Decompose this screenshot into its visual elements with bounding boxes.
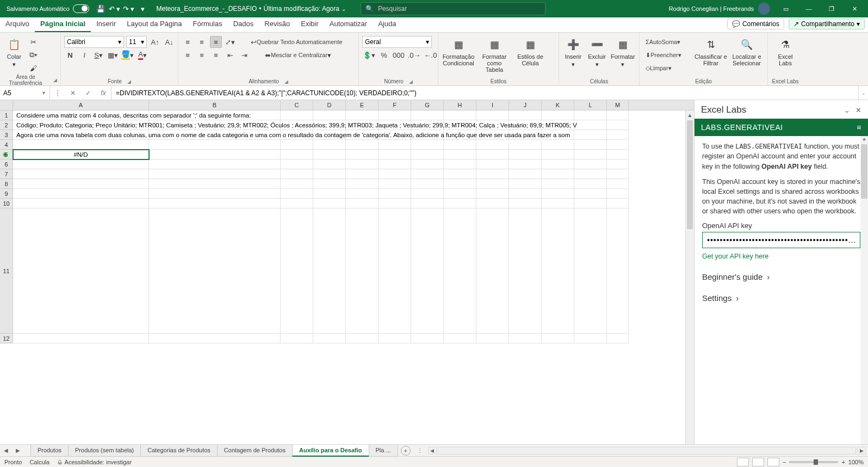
align-top-icon[interactable]: ≡ — [182, 36, 194, 48]
paste-button[interactable]: 📋 Colar▾ — [3, 36, 25, 68]
autosave-toggle-area[interactable]: Salvamento Automático — [2, 4, 94, 13]
zoom-in-icon[interactable]: + — [841, 459, 845, 465]
maximize-icon[interactable]: ❐ — [820, 0, 843, 17]
find-select-button[interactable]: 🔍Localizar e Selecionar — [730, 36, 764, 66]
cut-icon[interactable]: ✂ — [27, 36, 39, 48]
sheet-tab-0[interactable]: Produtos — [30, 445, 69, 457]
row-11[interactable]: 11 — [0, 208, 13, 334]
tab-arquivo[interactable]: Arquivo — [0, 17, 35, 32]
row-7[interactable]: 7 — [0, 169, 13, 179]
comma-icon[interactable]: 000 — [392, 49, 405, 61]
status-accessibility[interactable]: 🕭 Acessibilidade: investigar — [57, 459, 132, 465]
row-9[interactable]: 9 — [0, 189, 13, 199]
search-box[interactable]: 🔍 Pesquisar — [361, 2, 545, 15]
merge-center-button[interactable]: ⬌ Mesclar e Centralizar ▾ — [261, 49, 335, 61]
hscroll-right-icon[interactable]: ▶ — [857, 447, 866, 454]
bold-icon[interactable]: N — [64, 49, 76, 61]
tab-layout[interactable]: Layout da Página — [121, 17, 187, 32]
fx-expand-icon[interactable]: ⌄ — [858, 86, 868, 100]
row-6[interactable]: 6 — [0, 159, 13, 169]
percent-icon[interactable]: % — [378, 49, 390, 61]
formula-input[interactable]: =DIVIDIRTEXTO(LABS.GENERATIVEAI(A1 & A2 … — [111, 86, 858, 100]
tab-nav-next-icon[interactable]: ▶ — [12, 447, 24, 453]
select-all-corner[interactable] — [0, 100, 13, 110]
taskpane-close-icon[interactable]: ✕ — [855, 106, 861, 114]
col-A[interactable]: A — [13, 100, 149, 110]
font-name-combo[interactable]: Calibri▾ — [64, 36, 124, 48]
wrap-text-button[interactable]: ↩ Quebrar Texto Automaticamente — [247, 36, 346, 48]
format-cells-button[interactable]: ▦Formatar▾ — [610, 36, 636, 68]
vertical-scrollbar[interactable]: ▲ — [685, 110, 694, 444]
row-10[interactable]: 10 — [0, 199, 13, 208]
autosum-button[interactable]: Σ AutoSoma ▾ — [643, 36, 692, 48]
taskpane-banner-menu-icon[interactable]: ≡ — [857, 123, 861, 132]
undo-icon[interactable]: ↶ ▾ — [108, 2, 122, 16]
row-12[interactable]: 12 — [0, 334, 13, 343]
col-F[interactable]: F — [379, 100, 411, 110]
decrease-font-icon[interactable]: A↓ — [163, 36, 175, 48]
tab-formulas[interactable]: Fórmulas — [188, 17, 228, 32]
row-2[interactable]: 2 — [0, 120, 13, 130]
row-8[interactable]: 8 — [0, 179, 13, 189]
fx-enter-icon[interactable]: ✓ — [80, 89, 96, 97]
taskpane-scrollbar[interactable]: ▲ — [860, 136, 868, 444]
decrease-decimal-icon[interactable]: ←.0 — [424, 49, 438, 61]
save-icon[interactable]: 💾 — [94, 2, 108, 16]
zoom-out-icon[interactable]: − — [783, 459, 786, 465]
fill-color-icon[interactable]: 🪣▾ — [121, 49, 134, 61]
copy-icon[interactable]: ⧉▾ — [27, 49, 39, 61]
col-I[interactable]: I — [476, 100, 509, 110]
col-B[interactable]: B — [149, 100, 281, 110]
underline-icon[interactable]: S▾ — [92, 49, 104, 61]
font-color-icon[interactable]: A▾ — [137, 49, 148, 61]
align-right-icon[interactable]: ≡ — [210, 49, 222, 61]
tab-exibir[interactable]: Exibir — [295, 17, 324, 32]
fx-cancel-icon[interactable]: ✕ — [65, 89, 80, 97]
insert-cells-button[interactable]: ➕Inserir▾ — [562, 36, 584, 68]
cond-format-button[interactable]: ▦Formatação Condicional — [442, 36, 475, 66]
get-api-key-link[interactable]: Get your API key here — [702, 253, 860, 260]
fx-insert-icon[interactable]: fx — [96, 89, 111, 97]
view-normal-icon[interactable] — [737, 458, 749, 466]
orientation-icon[interactable]: ⤢▾ — [224, 36, 236, 48]
hscroll-track[interactable] — [438, 447, 856, 454]
col-J[interactable]: J — [509, 100, 542, 110]
decrease-indent-icon[interactable]: ⇤ — [224, 49, 236, 61]
name-box[interactable]: A5▼ — [0, 86, 50, 100]
scroll-up-icon[interactable]: ▲ — [686, 110, 694, 119]
increase-indent-icon[interactable]: ⇥ — [238, 49, 250, 61]
col-C[interactable]: C — [281, 100, 313, 110]
minimize-icon[interactable]: — — [797, 0, 820, 17]
close-icon[interactable]: ✕ — [843, 0, 866, 17]
view-page-icon[interactable] — [752, 458, 764, 466]
font-size-combo[interactable]: 11▾ — [126, 36, 147, 48]
taskpane-menu-icon[interactable]: ⌄ — [844, 106, 850, 114]
horizontal-scrollbar[interactable]: ◀ ▶ — [428, 447, 866, 454]
border-icon[interactable]: ▦▾ — [107, 49, 119, 61]
sheet-tab-2[interactable]: Categorias de Produtos — [140, 445, 218, 457]
col-K[interactable]: K — [542, 100, 574, 110]
settings-link[interactable]: Settings› — [702, 293, 860, 303]
ribbon-mode-icon[interactable]: ▭ — [774, 0, 797, 17]
tab-ajuda[interactable]: Ajuda — [373, 17, 401, 32]
format-painter-icon[interactable]: 🖌 — [27, 62, 39, 74]
col-E[interactable]: E — [346, 100, 379, 110]
smart-tag-icon[interactable]: ◉ — [3, 151, 8, 158]
sort-filter-button[interactable]: ⇅Classificar e Filtrar — [694, 36, 728, 66]
api-key-input[interactable] — [702, 232, 860, 248]
align-bottom-icon[interactable]: ≡ — [210, 36, 222, 48]
spreadsheet[interactable]: A B C D E F G H I J K L M 1Considere uma… — [0, 100, 694, 444]
format-table-button[interactable]: ▦Formatar como Tabela — [478, 36, 511, 73]
fx-menu-icon[interactable]: ⋮ — [50, 89, 65, 97]
excel-labs-button[interactable]: ⚗Excel Labs — [771, 36, 799, 66]
comments-button[interactable]: 💬 Comentários — [727, 19, 784, 29]
clear-button[interactable]: ◇ Limpar ▾ — [643, 62, 692, 74]
hscroll-left-icon[interactable]: ◀ — [428, 447, 437, 454]
currency-icon[interactable]: 💲▾ — [362, 49, 376, 61]
user-account[interactable]: Rodrigo Coneglian | Freebrands — [669, 3, 770, 15]
cell-A4[interactable] — [13, 140, 149, 150]
beginners-guide-link[interactable]: Beginner's guide› — [702, 272, 860, 281]
delete-cells-button[interactable]: ➖Excluir▾ — [586, 36, 608, 68]
tab-inserir[interactable]: Inserir — [91, 17, 121, 32]
filename-area[interactable]: Meteora_Ecommerce_-_DESAFIO • Última mod… — [157, 5, 346, 13]
